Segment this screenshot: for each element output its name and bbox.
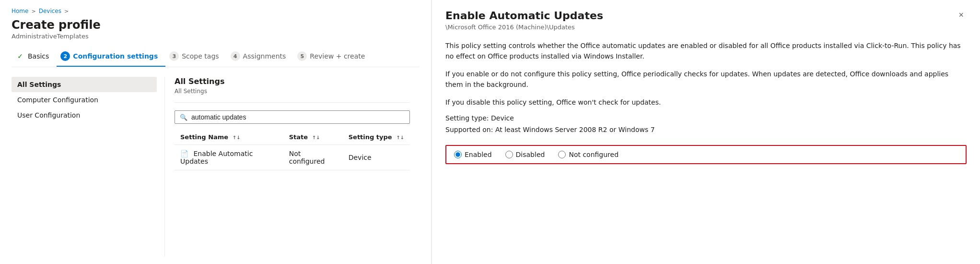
col-setting-type[interactable]: Setting type ↑↓ — [343, 130, 410, 145]
sort-icon-state: ↑↓ — [312, 135, 320, 140]
radio-disabled[interactable] — [505, 151, 513, 158]
step-assignments-number: 4 — [231, 51, 240, 61]
sidebar-item-computer-configuration[interactable]: Computer Configuration — [12, 92, 157, 108]
divider — [175, 102, 410, 103]
search-icon: 🔍 — [180, 114, 187, 121]
cell-type: Device — [343, 145, 410, 170]
panel-title: Enable Automatic Updates — [445, 10, 603, 22]
breadcrumb-sep2: > — [64, 8, 69, 14]
step-scope-number: 3 — [169, 51, 179, 61]
radio-enabled-label: Enabled — [465, 151, 492, 158]
panel-header: Enable Automatic Updates × — [445, 10, 967, 22]
step-scope-label: Scope tags — [182, 52, 219, 60]
radio-group: Enabled Disabled Not configured — [445, 145, 967, 164]
radio-option-not-configured[interactable]: Not configured — [558, 151, 618, 158]
settings-table: Setting Name ↑↓ State ↑↓ Setting type ↑↓ — [175, 130, 410, 170]
radio-option-enabled[interactable]: Enabled — [454, 151, 492, 158]
left-panel: Home > Devices > Create profile Administ… — [0, 0, 432, 264]
radio-option-disabled[interactable]: Disabled — [505, 151, 545, 158]
step-basics[interactable]: ✓ Basics — [12, 48, 57, 67]
step-assignments[interactable]: 4 Assignments — [227, 48, 294, 67]
step-scope[interactable]: 3 Scope tags — [165, 48, 226, 67]
page-title: Create profile — [12, 18, 420, 32]
breadcrumb-devices[interactable]: Devices — [39, 8, 61, 14]
breadcrumb-home[interactable]: Home — [12, 8, 28, 14]
radio-not-configured-label: Not configured — [569, 151, 618, 158]
cell-state: Not configured — [283, 145, 343, 170]
check-icon: ✓ — [15, 51, 25, 61]
step-basics-label: Basics — [28, 52, 49, 60]
panel-path: \Microsoft Office 2016 (Machine)\Updates — [445, 24, 967, 31]
content-area: All Settings All Settings 🔍 Setting Name… — [165, 77, 420, 256]
detail-panel: Enable Automatic Updates × \Microsoft Of… — [432, 0, 980, 264]
col-state[interactable]: State ↑↓ — [283, 130, 343, 145]
section-breadcrumb: All Settings — [175, 88, 410, 95]
panel-description-1: This policy setting controls whether the… — [445, 40, 967, 62]
page-subtitle: AdministrativeTemplates — [12, 33, 420, 40]
panel-close-button[interactable]: × — [956, 10, 967, 20]
wizard-steps: ✓ Basics 2 Configuration settings 3 Scop… — [12, 48, 420, 67]
step-review-number: 5 — [297, 51, 307, 61]
search-input[interactable] — [191, 113, 405, 121]
sort-icon-type: ↑↓ — [396, 135, 404, 140]
panel-supported-on: Supported on: At least Windows Server 20… — [445, 126, 967, 133]
breadcrumb: Home > Devices > — [12, 8, 420, 14]
radio-disabled-label: Disabled — [516, 151, 545, 158]
step-review-label: Review + create — [310, 52, 365, 60]
sidebar-item-all-settings[interactable]: All Settings — [12, 77, 157, 92]
step-configuration-label: Configuration settings — [73, 52, 158, 60]
section-title: All Settings — [175, 77, 410, 86]
panel-description-2: If you enable or do not configure this p… — [445, 69, 967, 90]
step-review[interactable]: 5 Review + create — [293, 48, 373, 67]
cell-name: 📄 Enable Automatic Updates — [175, 145, 283, 170]
radio-not-configured[interactable] — [558, 151, 566, 158]
breadcrumb-sep1: > — [31, 8, 35, 14]
step-configuration-number: 2 — [60, 51, 70, 61]
step-configuration[interactable]: 2 Configuration settings — [57, 48, 165, 67]
sidebar-nav: All Settings Computer Configuration User… — [12, 77, 165, 256]
setting-doc-icon: 📄 — [180, 150, 188, 157]
sidebar-item-user-configuration[interactable]: User Configuration — [12, 108, 157, 123]
panel-setting-type: Setting type: Device — [445, 114, 967, 122]
step-assignments-label: Assignments — [243, 52, 286, 60]
radio-enabled[interactable] — [454, 151, 462, 158]
col-setting-name[interactable]: Setting Name ↑↓ — [175, 130, 283, 145]
panel-description-3: If you disable this policy setting, Offi… — [445, 97, 967, 108]
sort-icon-name: ↑↓ — [233, 135, 241, 140]
main-content: All Settings Computer Configuration User… — [12, 77, 420, 256]
table-row[interactable]: 📄 Enable Automatic Updates Not configure… — [175, 145, 410, 170]
search-box[interactable]: 🔍 — [175, 110, 410, 124]
